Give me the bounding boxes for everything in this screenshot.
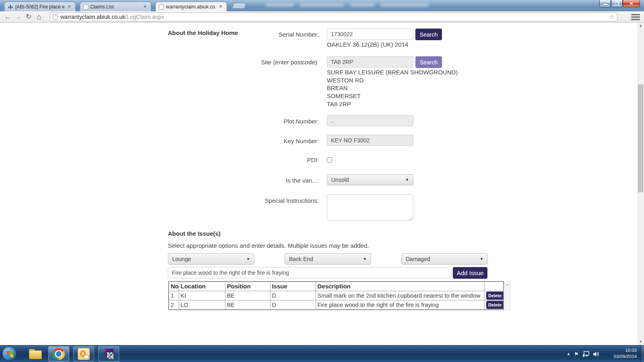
windows-logo-icon [6, 350, 13, 357]
page-favicon-icon [83, 4, 88, 10]
site-address-line: SOMERSET [327, 92, 458, 100]
issues-instructions: Select appropriate options and enter det… [168, 242, 369, 249]
scrollbar-thumb[interactable] [638, 84, 643, 192]
table-row: 1 KI BE D Small mark on the 2nd kitchen … [169, 291, 504, 300]
taskbar-app-button[interactable] [98, 346, 119, 362]
header-no: No [169, 282, 179, 291]
tab-title: Claims List [90, 4, 140, 10]
site-address-line: SURF BAY LEISURE (BREAN SHOWGROUND) [327, 68, 458, 76]
clock-date: 03/09/2014 [613, 354, 637, 360]
minimize-icon [603, 4, 607, 5]
tab-close-icon[interactable]: ✕ [142, 4, 148, 9]
taskbar-outlook-button[interactable] [73, 346, 94, 362]
tab-claims-list[interactable]: Claims List ✕ [80, 2, 151, 11]
restore-button[interactable] [611, 0, 623, 7]
hidden-icons-icon[interactable]: ▲ [566, 352, 570, 356]
scroll-up-icon[interactable]: ▲ [637, 23, 644, 29]
chevron-down-icon: ▼ [363, 257, 367, 261]
table-scrollbar[interactable]: ▲ [505, 282, 510, 310]
tab-title: warrantyclaim.abiuk.co.uk [166, 4, 216, 10]
taskbar-explorer-button[interactable] [25, 346, 46, 362]
tab-title: [ABI-5062] Fire place woo [15, 4, 64, 10]
taskbar-clock[interactable]: 10:03 03/09/2014 [613, 348, 637, 360]
pdi-label: PDI: [166, 156, 319, 163]
blurred-window-title [380, 3, 429, 7]
site-label: Site (enter postcode): [166, 59, 319, 66]
tab-close-icon[interactable]: ✕ [218, 4, 223, 9]
window-controls: ✕ [599, 0, 640, 7]
page-icon [53, 14, 58, 20]
site-address-line: WESTON RD [327, 76, 458, 84]
header-issue: Issue [270, 282, 316, 291]
issue-type-select[interactable]: Damaged ▼ [401, 253, 488, 265]
show-desktop-button[interactable] [640, 346, 644, 362]
plot-number-label: Plot Number: [166, 118, 319, 125]
blurred-window-title [300, 3, 344, 7]
issue-position-select[interactable]: Back End ▼ [285, 253, 371, 265]
serial-number-input[interactable] [327, 29, 413, 40]
network-icon[interactable] [582, 351, 589, 357]
reload-button[interactable]: ↻ [23, 12, 34, 22]
issue-location-select[interactable]: Lounge ▼ [168, 253, 254, 265]
cell-issue: D [270, 291, 316, 300]
site-address: SURF BAY LEISURE (BREAN SHOWGROUND) WEST… [327, 68, 458, 108]
chevron-down-icon: ▼ [480, 257, 483, 261]
header-actions [484, 282, 504, 291]
forward-button[interactable]: → [13, 12, 23, 22]
pdi-checkbox[interactable] [327, 157, 332, 162]
url-text[interactable]: warrantyclaim.abiuk.co.uk/LogClaim.aspx [60, 14, 609, 20]
jira-icon [8, 4, 13, 10]
grid-app-icon [102, 348, 115, 360]
site-postcode-input[interactable] [327, 56, 413, 68]
scroll-down-icon[interactable]: ▼ [637, 339, 644, 345]
tab-jira-issue[interactable]: [ABI-5062] Fire place woo ✕ [4, 2, 76, 11]
cell-description: Small mark on the 2nd kitchen cupboard n… [316, 291, 484, 300]
explorer-icon [29, 349, 42, 359]
delete-issue-button[interactable]: Delete [486, 292, 504, 300]
van-status-value: Unsold [331, 177, 349, 183]
action-center-flag-icon[interactable]: ⚑ [574, 352, 579, 357]
start-button[interactable] [2, 346, 17, 361]
van-status-label: Is the van...: [166, 177, 319, 184]
restore-icon [615, 2, 619, 5]
close-button[interactable]: ✕ [623, 0, 640, 7]
issue-location-value: Lounge [172, 256, 191, 262]
van-status-select[interactable]: Unsold ▼ [327, 174, 413, 185]
chevron-down-icon: ▼ [405, 178, 409, 182]
chrome-menu-icon[interactable] [631, 14, 640, 20]
section-title-issues: About the Issue(s) [168, 230, 221, 237]
address-bar[interactable]: warrantyclaim.abiuk.co.uk/LogClaim.aspx … [50, 12, 617, 21]
back-button[interactable]: ← [2, 12, 13, 22]
key-number-input[interactable] [327, 135, 413, 146]
clock-time: 10:03 [613, 348, 637, 354]
bookmark-star-icon[interactable]: ☆ [609, 14, 615, 20]
serial-search-button[interactable]: Search [415, 29, 442, 40]
page-scrollbar[interactable]: ▲ ▼ [637, 23, 644, 345]
plot-number-input[interactable] [327, 115, 413, 126]
table-row: 2 LO BE D Fire place wood to the right o… [169, 300, 504, 310]
close-icon: ✕ [629, 1, 633, 6]
cell-description: Fire place wood to the right of the fire… [316, 300, 484, 310]
issue-description-input[interactable] [168, 267, 452, 278]
taskbar-chrome-button[interactable] [48, 346, 69, 362]
system-tray: ▲ ⚑ [566, 346, 600, 362]
new-tab-button[interactable] [232, 3, 247, 9]
tab-warrantyclaim[interactable]: warrantyclaim.abiuk.co.uk ✕ [155, 2, 227, 11]
volume-icon[interactable] [593, 351, 600, 357]
add-issue-button[interactable]: Add Issue [453, 267, 487, 279]
minimize-button[interactable] [599, 0, 611, 7]
issue-position-value: Back End [289, 256, 313, 262]
taskbar: ▲ ⚑ 10:03 03/09/2014 [0, 345, 644, 362]
table-header-row: No Location Position Issue Description [169, 282, 504, 291]
special-instructions-textarea[interactable] [327, 194, 413, 221]
blurred-window-title [266, 3, 294, 7]
outlook-icon [78, 348, 90, 360]
site-address-line: TA8 2RP [327, 100, 458, 108]
browser-toolbar: ← → ↻ ⌂ warrantyclaim.abiuk.co.uk/LogCla… [0, 11, 644, 23]
home-button[interactable]: ⌂ [34, 12, 44, 22]
delete-issue-button[interactable]: Delete [486, 301, 504, 309]
site-search-button[interactable]: Search [415, 56, 442, 68]
tab-close-icon[interactable]: ✕ [67, 4, 72, 9]
chevron-down-icon: ▼ [246, 257, 250, 261]
cell-issue: D [270, 300, 316, 310]
